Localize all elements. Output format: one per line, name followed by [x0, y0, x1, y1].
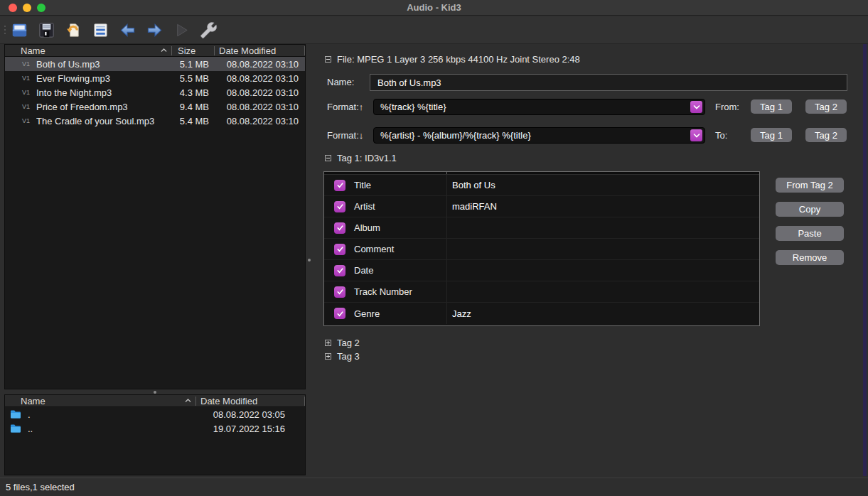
- tag-v1-icon: V1: [22, 60, 36, 68]
- file-section-header: File: MPEG 1 Layer 3 256 kbps 44100 Hz J…: [325, 54, 580, 65]
- folder-icon: [10, 424, 21, 433]
- from-tag2-button[interactable]: Tag 2: [805, 99, 847, 114]
- column-header-modified[interactable]: Date Modified: [215, 45, 304, 56]
- folder-icon: [10, 409, 21, 419]
- from-tag1-button[interactable]: Tag 1: [751, 99, 792, 114]
- expand-icon[interactable]: [325, 353, 331, 360]
- tag1-table-header: [324, 172, 759, 175]
- from-tag-2-button[interactable]: From Tag 2: [776, 178, 844, 193]
- collapse-icon[interactable]: [325, 155, 331, 161]
- expand-icon[interactable]: [325, 340, 331, 346]
- checkbox-checked[interactable]: [334, 265, 345, 276]
- create-playlist-button[interactable]: [91, 21, 109, 39]
- collapse-icon[interactable]: [325, 56, 331, 63]
- revert-icon: [65, 21, 82, 39]
- remove-button[interactable]: Remove: [776, 250, 844, 265]
- file-row[interactable]: V1 Ever Flowing.mp3 5.5 MB 08.08.2022 03…: [5, 71, 305, 85]
- play-icon: [173, 21, 191, 39]
- chevron-down-icon[interactable]: [690, 129, 702, 141]
- checkbox-checked[interactable]: [334, 201, 345, 212]
- scrollbar-track[interactable]: [863, 44, 867, 476]
- toolbar: [0, 16, 868, 44]
- tag-field-row[interactable]: Date: [324, 260, 759, 281]
- vertical-splitter[interactable]: [306, 44, 313, 476]
- tag-field-row[interactable]: Genre Jazz: [324, 303, 759, 324]
- tag-field-row[interactable]: Artist madiRFAN: [324, 196, 759, 217]
- play-button[interactable]: [172, 21, 191, 39]
- column-header-name[interactable]: Name: [5, 45, 171, 56]
- save-button[interactable]: [37, 21, 55, 39]
- zoom-button[interactable]: [37, 4, 45, 12]
- tag-field-row[interactable]: Track Number: [324, 281, 759, 303]
- format-down-label: Format:↓: [327, 130, 363, 141]
- checkbox-checked[interactable]: [334, 244, 345, 255]
- document-open-icon: [11, 21, 28, 39]
- checkbox-checked[interactable]: [334, 308, 345, 319]
- filename-input[interactable]: [370, 74, 847, 91]
- file-list-panel: Name Size Date Modified V1 Both of Us.mp…: [4, 44, 306, 389]
- column-header-size[interactable]: Size: [172, 45, 214, 56]
- revert-button[interactable]: [64, 21, 82, 39]
- tag-v1-icon: V1: [22, 103, 36, 110]
- playlist-icon: [92, 21, 109, 39]
- format-up-label: Format:↑: [327, 102, 363, 112]
- checkbox-checked[interactable]: [334, 180, 345, 191]
- horizontal-splitter[interactable]: [4, 389, 306, 394]
- column-header-modified[interactable]: Date Modified: [196, 395, 304, 406]
- tag-field-row[interactable]: Album: [324, 217, 759, 239]
- tag-v1-icon: V1: [22, 75, 36, 82]
- directory-row[interactable]: .. 19.07.2022 15:16: [5, 421, 305, 436]
- sort-ascending-icon: [185, 399, 191, 403]
- copy-button[interactable]: Copy: [776, 202, 844, 217]
- tag1-frame-table: Title Both of Us Artist madiRFAN Album C…: [323, 171, 760, 326]
- tag-v1-icon: V1: [22, 117, 36, 124]
- settings-button[interactable]: [199, 21, 218, 39]
- previous-file-button[interactable]: [118, 21, 136, 39]
- next-file-button[interactable]: [145, 21, 164, 39]
- format-up-combobox[interactable]: %{track} %{title}: [373, 99, 705, 115]
- tag1-section-header: Tag 1: ID3v1.1: [325, 153, 397, 163]
- directory-list-panel: Name Date Modified . 08.08.2022 03:05: [4, 394, 306, 475]
- checkbox-checked[interactable]: [334, 286, 345, 298]
- toolbar-drag-handle[interactable]: [0, 26, 10, 34]
- titlebar: Audio - Kid3: [0, 0, 868, 16]
- to-tag2-button[interactable]: Tag 2: [805, 128, 847, 142]
- file-row[interactable]: V1 Price of Freedom.mp3 9.4 MB 08.08.202…: [5, 99, 305, 114]
- dir-list-header: Name Date Modified: [5, 395, 305, 407]
- wrench-icon: [200, 21, 218, 39]
- file-row[interactable]: V1 The Cradle of your Soul.mp3 5.4 MB 08…: [5, 114, 305, 128]
- save-floppy-icon: [38, 21, 55, 39]
- sort-ascending-icon: [161, 48, 167, 53]
- minimize-button[interactable]: [23, 4, 31, 12]
- to-label: To:: [715, 130, 727, 141]
- file-list-header: Name Size Date Modified: [5, 45, 305, 57]
- window-title: Audio - Kid3: [0, 0, 868, 16]
- kid3-window: Audio - Kid3: [0, 0, 868, 496]
- format-down-combobox[interactable]: %{artist} - %{album}/%{track} %{title}: [373, 127, 705, 144]
- open-file-button[interactable]: [10, 21, 28, 39]
- checkbox-checked[interactable]: [334, 222, 345, 234]
- arrow-left-icon: [119, 21, 136, 39]
- status-text: 5 files,1 selected: [6, 482, 75, 492]
- chevron-down-icon[interactable]: [690, 101, 702, 113]
- details-panel: File: MPEG 1 Layer 3 256 kbps 44100 Hz J…: [313, 44, 868, 476]
- from-label: From:: [715, 102, 739, 112]
- tag3-section-header: Tag 3: [325, 351, 360, 362]
- column-header-name[interactable]: Name: [5, 395, 195, 406]
- name-label: Name:: [327, 77, 354, 87]
- tag-field-row[interactable]: Comment: [324, 239, 759, 260]
- tag-v1-icon: V1: [22, 89, 36, 96]
- close-button[interactable]: [9, 4, 17, 12]
- tag2-section-header: Tag 2: [325, 338, 360, 348]
- to-tag1-button[interactable]: Tag 1: [751, 128, 792, 142]
- file-row[interactable]: V1 Both of Us.mp3 5.1 MB 08.08.2022 03:1…: [5, 57, 305, 71]
- arrow-right-icon: [146, 21, 164, 39]
- directory-row[interactable]: . 08.08.2022 03:05: [5, 407, 305, 421]
- status-bar: 5 files,1 selected: [0, 478, 868, 496]
- paste-button[interactable]: Paste: [776, 226, 844, 241]
- tag-field-row[interactable]: Title Both of Us: [324, 175, 759, 196]
- file-row[interactable]: V1 Into the Night.mp3 4.3 MB 08.08.2022 …: [5, 85, 305, 99]
